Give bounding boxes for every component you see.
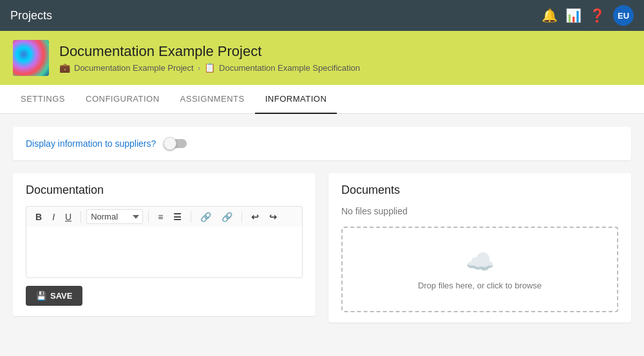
- link-button[interactable]: 🔗: [196, 210, 215, 224]
- nav-icons: 🔔 📊 ❓ EU: [542, 5, 634, 26]
- breadcrumb: 💼 Documentation Example Project › 📋 Docu…: [59, 62, 360, 73]
- breadcrumb-part1: Documentation Example Project: [74, 63, 194, 73]
- project-thumbnail: [13, 40, 49, 76]
- top-nav: Projects 🔔 📊 ❓ EU: [0, 0, 644, 31]
- tab-assignments[interactable]: ASSIGNMENTS: [170, 85, 255, 114]
- ordered-list-button[interactable]: ☰: [169, 210, 185, 224]
- help-icon[interactable]: ❓: [589, 8, 605, 23]
- documents-title: Documents: [341, 183, 618, 197]
- save-button[interactable]: 💾 SAVE: [26, 286, 82, 306]
- documents-card: Documents No files supplied ☁️ Drop file…: [328, 173, 631, 323]
- display-info-toggle[interactable]: [164, 137, 187, 150]
- project-info: Documentation Example Project 💼 Document…: [59, 43, 360, 73]
- two-column-layout: Documentation B I U Normal Heading 1 Hea…: [13, 173, 631, 323]
- editor-area[interactable]: [26, 227, 303, 278]
- undo-button[interactable]: ↩: [247, 210, 263, 224]
- tab-settings[interactable]: SETTINGS: [10, 85, 75, 114]
- editor-toolbar: B I U Normal Heading 1 Heading 2 Heading…: [26, 206, 303, 227]
- redo-button[interactable]: ↪: [265, 210, 281, 224]
- breadcrumb-part2: Documentation Example Specification: [219, 63, 360, 73]
- underline-button[interactable]: U: [61, 210, 75, 224]
- documentation-title: Documentation: [26, 183, 303, 197]
- documents-column: Documents No files supplied ☁️ Drop file…: [328, 173, 631, 323]
- bell-icon[interactable]: 🔔: [542, 8, 558, 23]
- bold-button[interactable]: B: [32, 210, 46, 224]
- no-files-label: No files supplied: [341, 206, 618, 216]
- briefcase-icon: 💼: [59, 62, 70, 73]
- tab-information[interactable]: INFORMATION: [255, 85, 337, 114]
- drop-zone[interactable]: ☁️ Drop files here, or click to browse: [341, 227, 618, 312]
- tab-configuration[interactable]: CONFIGURATION: [75, 85, 170, 114]
- documentation-card: Documentation B I U Normal Heading 1 Hea…: [13, 173, 316, 316]
- italic-button[interactable]: I: [48, 210, 59, 224]
- save-label: SAVE: [50, 291, 72, 301]
- project-header: Documentation Example Project 💼 Document…: [0, 31, 644, 85]
- save-icon: 💾: [36, 291, 46, 301]
- style-select[interactable]: Normal Heading 1 Heading 2 Heading 3: [86, 209, 143, 224]
- unordered-list-button[interactable]: ≡: [154, 210, 167, 224]
- spec-icon: 📋: [204, 62, 215, 73]
- unlink-button[interactable]: 🔗: [218, 210, 236, 224]
- main-content: Display information to suppliers? Docume…: [0, 114, 644, 356]
- project-image: [13, 40, 49, 76]
- toggle-thumb: [164, 137, 176, 150]
- project-title: Documentation Example Project: [59, 43, 360, 60]
- toolbar-divider-3: [191, 211, 191, 223]
- toolbar-divider-2: [148, 211, 149, 223]
- avatar[interactable]: EU: [613, 5, 634, 26]
- breadcrumb-separator: ›: [198, 63, 200, 73]
- toolbar-divider-1: [80, 211, 81, 223]
- tabs-bar: SETTINGS CONFIGURATION ASSIGNMENTS INFOR…: [0, 85, 644, 114]
- app-title: Projects: [10, 9, 52, 23]
- drop-label: Drop files here, or click to browse: [418, 281, 542, 290]
- chart-icon[interactable]: 📊: [565, 8, 582, 23]
- documentation-column: Documentation B I U Normal Heading 1 Hea…: [13, 173, 316, 323]
- display-info-card: Display information to suppliers?: [13, 127, 631, 160]
- display-info-label: Display information to suppliers?: [26, 138, 156, 149]
- toolbar-divider-4: [242, 211, 242, 223]
- upload-icon: ☁️: [466, 248, 495, 276]
